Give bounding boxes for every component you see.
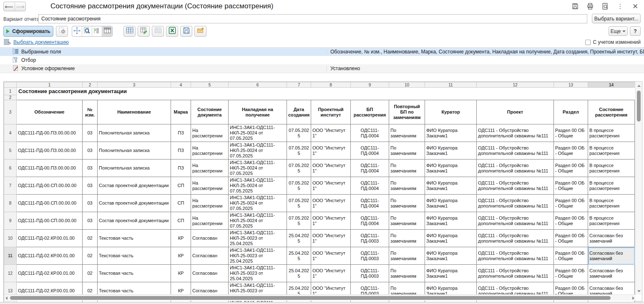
table-cell[interactable]: ОДС111-ПД-0004	[351, 142, 389, 160]
table-cell[interactable]: 02	[83, 230, 98, 247]
table-cell[interactable]: ООО "Институт 1"	[311, 195, 351, 212]
table-cell[interactable]: В процессе рассмотрения	[588, 212, 635, 230]
table-cell[interactable]: По замечаниям	[389, 124, 425, 142]
column-number[interactable]: 11	[425, 82, 477, 88]
table-cell[interactable]: СП	[171, 212, 191, 230]
table-cell[interactable]: 25.04.2025	[287, 230, 311, 247]
row-number[interactable]: 2	[4, 95, 17, 100]
table-cell[interactable]: Раздел 00 ОБ - Общие	[554, 212, 588, 230]
table-cell[interactable]: В процессе рассмотрения	[588, 124, 635, 142]
table-cell[interactable]: По замечаниям	[389, 212, 425, 230]
table-cell[interactable]: ФИО Куратора Заказчик1	[425, 160, 477, 177]
table-cell[interactable]: ОДС111-ПД-0003	[351, 230, 389, 247]
find-button[interactable]	[82, 26, 92, 36]
horizontal-scrollbar[interactable]	[4, 294, 636, 301]
column-number[interactable]: 10	[389, 82, 425, 88]
table-cell[interactable]: ООО "Институт 1"	[311, 124, 351, 142]
table-cell[interactable]: ФИО Куратора Заказчик1	[425, 265, 477, 282]
table-cell[interactable]: Состав проектной документации	[98, 195, 171, 212]
row-number[interactable]: 10	[4, 230, 17, 247]
row-number[interactable]: 6	[4, 160, 17, 177]
table-cell[interactable]: ОДС111-ПД-00.СП.00.00.00	[17, 177, 83, 195]
table-cell[interactable]: ОДС111-ПД-02.КР.00.01.00	[17, 265, 83, 282]
table-cell[interactable]: Раздел 00 ОБ - Общие	[554, 195, 588, 212]
table-cell[interactable]: По замечаниям	[389, 230, 425, 247]
table-cell[interactable]: В процессе рассмотрения	[588, 142, 635, 160]
table-cell[interactable]: СП	[171, 177, 191, 195]
table-cell[interactable]: Раздел 00 ОБ - Общие	[554, 124, 588, 142]
column-header[interactable]: Обозначение	[17, 100, 83, 124]
table-cell[interactable]: Раздел 00 ОБ - Общие	[554, 160, 588, 177]
row-number[interactable]: 7	[4, 177, 17, 195]
table-cell[interactable]: Пояснительная записка	[98, 124, 171, 142]
table-cell[interactable]: По замечаниям	[389, 265, 425, 282]
table-cell[interactable]: ООО "Институт 1"	[311, 230, 351, 247]
table-cell[interactable]: ОДС111 - Обустройство дополнительной скв…	[477, 142, 554, 160]
table-cell[interactable]: ОДС111 - Обустройство дополнительной скв…	[477, 247, 554, 265]
column-header[interactable]: Повторный БП по замечаниям	[389, 100, 425, 124]
scroll-right-icon[interactable]	[632, 296, 634, 300]
table-cell[interactable]: КР	[171, 230, 191, 247]
save-result-button[interactable]	[180, 26, 192, 37]
column-number[interactable]: 1	[17, 82, 83, 88]
table-cell[interactable]: ОДС111-ПД-00.СП.00.00.00	[17, 195, 83, 212]
row-number[interactable]: 12	[4, 265, 17, 282]
column-number[interactable]: 14	[588, 82, 635, 88]
table-cell[interactable]: На рассмотрении	[191, 160, 229, 177]
table-cell[interactable]: ОДС111-ПД-02.КР.00.01.00	[17, 247, 83, 265]
row-number[interactable]: 4	[4, 124, 17, 142]
column-header[interactable]: Накладная на получение	[229, 100, 287, 124]
report-settings-button[interactable]	[56, 26, 68, 37]
table-cell[interactable]: В процессе рассмотрения	[588, 177, 635, 195]
table-cell[interactable]: ОДС111-ПД-00.ПЗ.00.00.00	[17, 124, 83, 142]
table-cell[interactable]: ОДС111-ПД-0004	[351, 195, 389, 212]
table-borders-button[interactable]	[152, 26, 164, 37]
column-header[interactable]: Куратор	[425, 100, 477, 124]
table-cell[interactable]: КР	[171, 247, 191, 265]
column-number[interactable]: 6	[229, 82, 287, 88]
column-header[interactable]: Марка	[171, 100, 191, 124]
forward-button[interactable]: ⟶	[15, 2, 26, 11]
scroll-up-icon[interactable]	[637, 85, 641, 87]
table-cell[interactable]: ОДС111-ПД-00.СП.00.00.00	[17, 212, 83, 230]
column-header[interactable]: Проект	[477, 100, 554, 124]
table-cell[interactable]: Состав проектной документации	[98, 177, 171, 195]
settings-row-filter[interactable]: Отбор	[0, 56, 644, 64]
table-cell[interactable]: СП	[171, 195, 191, 212]
table-cell[interactable]: ПЗ	[171, 160, 191, 177]
table-cell[interactable]: Раздел 00 ОБ - Общие	[554, 177, 588, 195]
help-button[interactable]: ?	[630, 26, 641, 36]
table-cell[interactable]: Пояснительная записка	[98, 160, 171, 177]
column-number[interactable]: 13	[554, 82, 588, 88]
table-cell[interactable]: 03	[83, 160, 98, 177]
table-cell[interactable]: Состав проектной документации	[98, 212, 171, 230]
kebab-menu-icon[interactable]: ⋮	[616, 2, 625, 11]
table-cell[interactable]: ФИО Куратора Заказчик1	[425, 195, 477, 212]
scroll-left-icon[interactable]	[5, 296, 8, 300]
table-cell[interactable]: ОДС111 - Обустройство дополнительной скв…	[477, 160, 554, 177]
table-cell[interactable]: ИНС1-ЗАК1-ОДС111-НКЛ-25-0023 от 25.04.20…	[229, 247, 287, 265]
close-icon[interactable]: ✕	[631, 2, 640, 11]
row-number[interactable]: 5	[4, 142, 17, 160]
table-cell[interactable]: Согласован	[191, 265, 229, 282]
column-number[interactable]: 2	[83, 82, 98, 88]
table-cell[interactable]: ФИО Куратора Заказчик1	[425, 230, 477, 247]
table-cell[interactable]: ФИО Куратора Заказчик1	[425, 247, 477, 265]
generate-button[interactable]: Сформировать	[3, 26, 53, 37]
table-cell[interactable]: Текстовая часть	[98, 230, 171, 247]
column-number[interactable]: 3	[98, 82, 171, 88]
settings-row-conditional-formatting[interactable]: Условное оформление Установлено	[0, 64, 644, 73]
table-cell[interactable]: ОДС111-ПД-0004	[351, 124, 389, 142]
settings-row-selected-fields[interactable]: Выбранные поля Обозначение, № изм., Наим…	[0, 48, 644, 56]
grid-view-button[interactable]	[123, 26, 136, 37]
table-cell[interactable]: ООО "Институт 1"	[311, 265, 351, 282]
table-cell[interactable]: Текстовая часть	[98, 265, 171, 282]
table-cell[interactable]: ИНС1-ЗАК1-ОДС111-НКЛ-25-0024 от 07.05.20…	[229, 142, 287, 160]
table-cell[interactable]: Согласован без замечаний	[588, 265, 635, 282]
column-number[interactable]: 5	[191, 82, 229, 88]
scroll-down-icon[interactable]	[637, 290, 641, 292]
save-icon[interactable]	[571, 2, 580, 11]
column-number[interactable]: 4	[171, 82, 191, 88]
table-cell[interactable]: Текстовая часть	[98, 247, 171, 265]
table-cell[interactable]: 03	[83, 212, 98, 230]
